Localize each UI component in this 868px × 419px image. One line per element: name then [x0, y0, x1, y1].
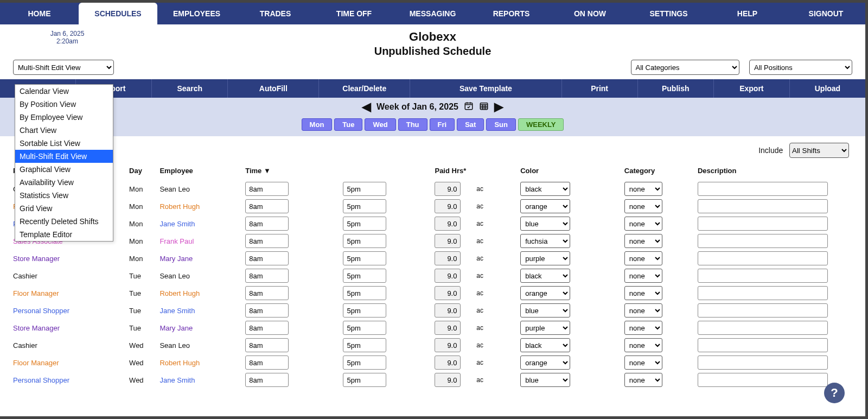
color-select[interactable]: purple	[520, 251, 570, 265]
calendar-grid-icon[interactable]	[479, 101, 489, 113]
row-category-select[interactable]: none	[624, 338, 662, 352]
start-time-input[interactable]	[245, 251, 289, 265]
col-description[interactable]: Description	[695, 164, 854, 180]
col-time[interactable]: Time ▼	[243, 164, 341, 180]
color-select[interactable]: fuchsia	[520, 234, 570, 248]
row-category-select[interactable]: none	[624, 321, 662, 335]
start-time-input[interactable]	[245, 234, 289, 248]
include-select[interactable]: All Shifts	[789, 143, 849, 158]
row-category-select[interactable]: none	[624, 217, 662, 231]
start-time-input[interactable]	[245, 321, 289, 335]
col-employee[interactable]: Employee	[157, 164, 243, 180]
color-select[interactable]: black	[520, 269, 570, 283]
action-export[interactable]: Export	[714, 79, 790, 98]
color-select[interactable]: blue	[520, 373, 570, 387]
cell-position[interactable]: Personal Shopper	[11, 302, 127, 319]
action-autofill[interactable]: AutoFill	[228, 79, 319, 98]
category-select[interactable]: All Categories	[631, 60, 739, 75]
view-dropdown[interactable]: Calendar ViewBy Position ViewBy Employee…	[15, 84, 113, 242]
start-time-input[interactable]	[245, 199, 289, 213]
view-option-template-editor[interactable]: Template Editor	[15, 228, 113, 241]
next-week-icon[interactable]: ▶	[494, 101, 503, 113]
nav-time-off[interactable]: TIME OFF	[315, 3, 393, 24]
description-input[interactable]	[698, 182, 828, 196]
description-input[interactable]	[698, 251, 828, 265]
cell-position[interactable]: Floor Manager	[11, 284, 127, 302]
col-category[interactable]: Category	[622, 164, 695, 180]
paid-hours-input[interactable]	[435, 321, 461, 335]
day-pill-sat[interactable]: Sat	[457, 118, 484, 131]
view-option-statistics-view[interactable]: Statistics View	[15, 189, 113, 202]
view-option-availability-view[interactable]: Availability View	[15, 176, 113, 189]
color-select[interactable]: orange	[520, 355, 570, 370]
ac-link[interactable]: ac	[475, 215, 518, 232]
ac-link[interactable]: ac	[475, 284, 518, 302]
action-search[interactable]: Search	[152, 79, 228, 98]
ac-link[interactable]: ac	[475, 319, 518, 337]
ac-link[interactable]: ac	[475, 180, 518, 198]
cell-employee[interactable]: Sean Leo	[157, 337, 243, 354]
end-time-input[interactable]	[343, 286, 386, 300]
description-input[interactable]	[698, 269, 828, 283]
paid-hours-input[interactable]	[435, 303, 461, 318]
day-pill-thu[interactable]: Thu	[398, 118, 427, 131]
cell-employee[interactable]: Robert Hugh	[157, 198, 243, 215]
nav-help[interactable]: HELP	[708, 3, 787, 24]
color-select[interactable]: orange	[520, 286, 570, 300]
start-time-input[interactable]	[245, 303, 289, 318]
help-bubble[interactable]: ?	[824, 383, 845, 403]
end-time-input[interactable]	[343, 373, 386, 387]
nav-reports[interactable]: REPORTS	[472, 3, 551, 24]
end-time-input[interactable]	[343, 251, 386, 265]
color-select[interactable]: blue	[520, 303, 570, 318]
nav-trades[interactable]: TRADES	[236, 3, 315, 24]
end-time-input[interactable]	[343, 321, 386, 335]
ac-link[interactable]: ac	[475, 250, 518, 267]
action-upload[interactable]: Upload	[790, 79, 865, 98]
cell-position[interactable]: Cashier	[11, 267, 127, 284]
day-pill-wed[interactable]: Wed	[365, 118, 395, 131]
nav-home[interactable]: HOME	[0, 3, 79, 24]
end-time-input[interactable]	[343, 234, 386, 248]
end-time-input[interactable]	[343, 199, 386, 213]
col-color[interactable]: Color	[518, 164, 622, 180]
cell-employee[interactable]: Mary Jane	[157, 250, 243, 267]
paid-hours-input[interactable]	[435, 251, 461, 265]
ac-link[interactable]: ac	[475, 198, 518, 215]
ac-link[interactable]: ac	[475, 267, 518, 284]
color-select[interactable]: purple	[520, 321, 570, 335]
view-option-graphical-view[interactable]: Graphical View	[15, 163, 113, 176]
end-time-input[interactable]	[343, 182, 386, 196]
view-option-recently-deleted-shifts[interactable]: Recently Deleted Shifts	[15, 215, 113, 228]
row-category-select[interactable]: none	[624, 234, 662, 248]
row-category-select[interactable]: none	[624, 182, 662, 196]
action-clear-delete[interactable]: Clear/Delete	[319, 79, 410, 98]
cell-position[interactable]: Personal Shopper	[11, 371, 127, 389]
row-category-select[interactable]: none	[624, 373, 662, 387]
day-pill-sun[interactable]: Sun	[486, 118, 516, 131]
ac-link[interactable]: ac	[475, 302, 518, 319]
end-time-input[interactable]	[343, 338, 386, 352]
cell-position[interactable]: Store Manager	[11, 319, 127, 337]
description-input[interactable]	[698, 217, 828, 231]
row-category-select[interactable]: none	[624, 199, 662, 213]
cell-employee[interactable]: Sean Leo	[157, 180, 243, 198]
calendar-check-icon[interactable]	[464, 101, 474, 113]
color-select[interactable]: black	[520, 182, 570, 196]
cell-employee[interactable]: Jane Smith	[157, 371, 243, 389]
paid-hours-input[interactable]	[435, 217, 461, 231]
action-save-template[interactable]: Save Template	[410, 79, 561, 98]
nav-messaging[interactable]: MESSAGING	[393, 3, 472, 24]
row-category-select[interactable]: none	[624, 286, 662, 300]
prev-week-icon[interactable]: ◀	[362, 101, 371, 113]
view-select[interactable]: Multi-Shift Edit View	[13, 60, 114, 75]
paid-hours-input[interactable]	[435, 338, 461, 352]
paid-hours-input[interactable]	[435, 269, 461, 283]
end-time-input[interactable]	[343, 355, 386, 370]
view-option-grid-view[interactable]: Grid View	[15, 202, 113, 215]
paid-hours-input[interactable]	[435, 234, 461, 248]
color-select[interactable]: orange	[520, 199, 570, 213]
cell-employee[interactable]: Jane Smith	[157, 215, 243, 232]
paid-hours-input[interactable]	[435, 182, 461, 196]
end-time-input[interactable]	[343, 217, 386, 231]
